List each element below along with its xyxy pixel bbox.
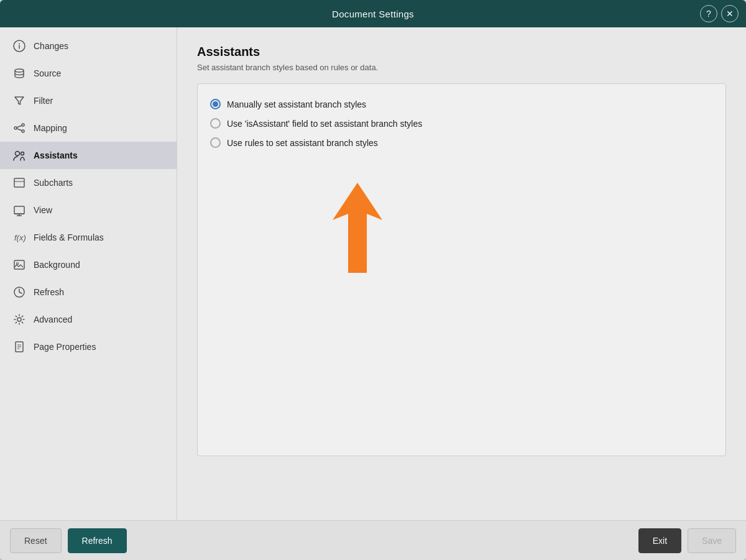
sidebar-label-advanced: Advanced	[34, 314, 72, 324]
radio-circle-manual	[210, 99, 221, 109]
svg-point-6	[22, 130, 24, 132]
radio-item-rules[interactable]: Use rules to set assistant branch styles	[210, 137, 713, 148]
database-icon	[12, 67, 26, 80]
svg-rect-11	[14, 178, 24, 187]
content-box: Manually set assistant branch styles Use…	[197, 83, 726, 456]
svg-line-8	[17, 129, 22, 131]
footer-right: Exit Save	[638, 528, 736, 553]
footer-left: Reset Refresh	[10, 528, 127, 553]
subcharts-icon	[12, 176, 26, 190]
refresh-button[interactable]: Refresh	[68, 528, 127, 553]
formula-icon: f(x)	[12, 231, 26, 244]
sidebar-item-subcharts[interactable]: Subcharts	[0, 169, 177, 196]
page-subtitle: Set assistant branch styles based on rul…	[197, 63, 726, 72]
page-title: Assistants	[197, 45, 726, 59]
svg-point-10	[21, 152, 24, 155]
svg-point-3	[15, 69, 24, 72]
sidebar-item-background[interactable]: Background	[0, 251, 177, 278]
sidebar-item-mapping[interactable]: Mapping	[0, 114, 177, 142]
svg-rect-18	[14, 260, 24, 269]
info-icon	[12, 39, 26, 53]
dialog-footer: Reset Refresh Exit Save	[0, 520, 746, 560]
sidebar-item-page-properties[interactable]: Page Properties	[0, 333, 177, 360]
sidebar-item-advanced[interactable]: Advanced	[0, 306, 177, 333]
page-icon	[12, 340, 26, 354]
exit-button[interactable]: Exit	[638, 528, 681, 553]
titlebar: Document Settings ? ✕	[0, 0, 746, 27]
svg-point-5	[22, 124, 24, 126]
sidebar-item-filter[interactable]: Filter	[0, 87, 177, 114]
help-button[interactable]: ?	[700, 5, 717, 22]
sidebar: Changes Source Filter	[0, 27, 177, 520]
svg-point-19	[17, 263, 19, 265]
radio-label-field: Use 'isAssistant' field to set assistant…	[227, 119, 422, 129]
reset-button[interactable]: Reset	[10, 528, 62, 553]
radio-item-manual[interactable]: Manually set assistant branch styles	[210, 99, 713, 109]
sidebar-label-page-properties: Page Properties	[34, 342, 96, 352]
sidebar-item-changes[interactable]: Changes	[0, 32, 177, 60]
sidebar-label-source: Source	[34, 68, 61, 78]
clock-icon	[12, 285, 26, 299]
dialog-body: Changes Source Filter	[0, 27, 746, 520]
sidebar-label-changes: Changes	[34, 41, 68, 51]
radio-group: Manually set assistant branch styles Use…	[210, 99, 713, 148]
image-icon	[12, 258, 26, 272]
svg-rect-13	[14, 206, 24, 214]
sidebar-label-assistants: Assistants	[34, 150, 78, 160]
svg-point-9	[16, 152, 20, 156]
sidebar-label-filter: Filter	[34, 96, 53, 106]
sidebar-label-background: Background	[34, 260, 80, 270]
radio-label-manual: Manually set assistant branch styles	[227, 99, 366, 109]
sidebar-label-fields-formulas: Fields & Formulas	[34, 232, 104, 242]
document-settings-dialog: Document Settings ? ✕ Changes	[0, 0, 746, 560]
radio-circle-rules	[210, 137, 221, 148]
sidebar-item-view[interactable]: View	[0, 196, 177, 224]
sidebar-item-source[interactable]: Source	[0, 60, 177, 87]
svg-text:f(x): f(x)	[14, 233, 25, 242]
titlebar-actions: ? ✕	[700, 5, 739, 22]
close-button[interactable]: ✕	[721, 5, 739, 22]
mapping-icon	[12, 121, 26, 135]
view-icon	[12, 203, 26, 217]
sidebar-label-mapping: Mapping	[34, 123, 67, 133]
svg-point-4	[14, 127, 17, 129]
svg-point-21	[17, 318, 21, 321]
assistants-icon	[12, 149, 26, 162]
gear-icon	[12, 313, 26, 326]
sidebar-label-refresh: Refresh	[34, 287, 64, 297]
sidebar-label-view: View	[34, 205, 52, 215]
sidebar-item-fields-formulas[interactable]: f(x) Fields & Formulas	[0, 224, 177, 251]
radio-item-field[interactable]: Use 'isAssistant' field to set assistant…	[210, 118, 713, 129]
main-content: Assistants Set assistant branch styles b…	[177, 27, 746, 520]
save-button[interactable]: Save	[688, 528, 736, 553]
radio-label-rules: Use rules to set assistant branch styles	[227, 138, 378, 148]
sidebar-label-subcharts: Subcharts	[34, 178, 73, 188]
radio-circle-field	[210, 118, 221, 129]
sidebar-item-assistants[interactable]: Assistants	[0, 142, 177, 169]
svg-point-2	[19, 44, 20, 45]
svg-line-7	[17, 126, 22, 127]
dialog-title: Document Settings	[332, 9, 414, 19]
filter-icon	[12, 94, 26, 108]
sidebar-item-refresh[interactable]: Refresh	[0, 278, 177, 306]
